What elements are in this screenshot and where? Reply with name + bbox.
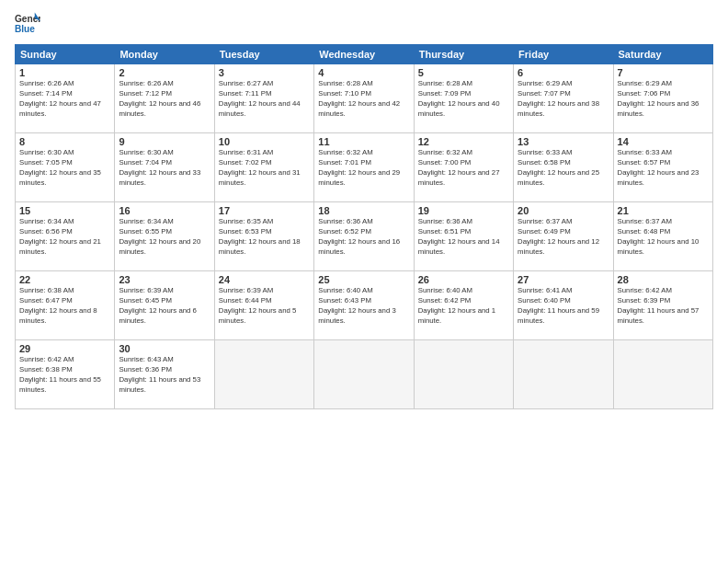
day-info: Sunrise: 6:30 AM Sunset: 7:04 PM Dayligh… bbox=[119, 148, 210, 189]
day-number: 23 bbox=[119, 274, 210, 285]
day-info: Sunrise: 6:42 AM Sunset: 6:38 PM Dayligh… bbox=[19, 355, 110, 396]
day-number: 16 bbox=[119, 205, 210, 216]
day-number: 11 bbox=[318, 136, 409, 147]
day-number: 20 bbox=[518, 205, 609, 216]
header-tuesday: Tuesday bbox=[214, 45, 313, 64]
day-info: Sunrise: 6:42 AM Sunset: 6:39 PM Dayligh… bbox=[618, 286, 709, 327]
day-cell-12: 12 Sunrise: 6:32 AM Sunset: 7:00 PM Dayl… bbox=[414, 133, 513, 202]
svg-text:Blue: Blue bbox=[15, 24, 35, 34]
day-number: 21 bbox=[618, 205, 709, 216]
week-row-3: 15 Sunrise: 6:34 AM Sunset: 6:56 PM Dayl… bbox=[16, 202, 713, 271]
day-number: 7 bbox=[618, 67, 709, 78]
day-info: Sunrise: 6:35 AM Sunset: 6:53 PM Dayligh… bbox=[219, 217, 310, 258]
day-info: Sunrise: 6:40 AM Sunset: 6:42 PM Dayligh… bbox=[418, 286, 509, 327]
day-cell-6: 6 Sunrise: 6:29 AM Sunset: 7:07 PM Dayli… bbox=[514, 64, 613, 133]
empty-cell bbox=[414, 340, 513, 409]
week-row-2: 8 Sunrise: 6:30 AM Sunset: 7:05 PM Dayli… bbox=[16, 133, 713, 202]
day-number: 28 bbox=[618, 274, 709, 285]
weekday-header-row: Sunday Monday Tuesday Wednesday Thursday… bbox=[16, 45, 713, 64]
day-info: Sunrise: 6:29 AM Sunset: 7:07 PM Dayligh… bbox=[518, 79, 609, 120]
day-number: 27 bbox=[518, 274, 609, 285]
logo: General Blue bbox=[15, 11, 40, 37]
header-saturday: Saturday bbox=[613, 45, 712, 64]
day-number: 25 bbox=[318, 274, 409, 285]
day-info: Sunrise: 6:39 AM Sunset: 6:45 PM Dayligh… bbox=[119, 286, 210, 327]
week-row-4: 22 Sunrise: 6:38 AM Sunset: 6:47 PM Dayl… bbox=[16, 271, 713, 340]
day-number: 18 bbox=[318, 205, 409, 216]
calendar: Sunday Monday Tuesday Wednesday Thursday… bbox=[15, 44, 713, 409]
day-cell-8: 8 Sunrise: 6:30 AM Sunset: 7:05 PM Dayli… bbox=[16, 133, 115, 202]
day-number: 30 bbox=[119, 343, 210, 354]
day-cell-7: 7 Sunrise: 6:29 AM Sunset: 7:06 PM Dayli… bbox=[613, 64, 712, 133]
day-cell-11: 11 Sunrise: 6:32 AM Sunset: 7:01 PM Dayl… bbox=[314, 133, 414, 202]
day-cell-24: 24 Sunrise: 6:39 AM Sunset: 6:44 PM Dayl… bbox=[214, 271, 313, 340]
day-number: 13 bbox=[518, 136, 609, 147]
week-row-1: 1 Sunrise: 6:26 AM Sunset: 7:14 PM Dayli… bbox=[16, 64, 713, 133]
day-info: Sunrise: 6:39 AM Sunset: 6:44 PM Dayligh… bbox=[219, 286, 310, 327]
day-cell-16: 16 Sunrise: 6:34 AM Sunset: 6:55 PM Dayl… bbox=[115, 202, 214, 271]
day-cell-28: 28 Sunrise: 6:42 AM Sunset: 6:39 PM Dayl… bbox=[613, 271, 712, 340]
header-wednesday: Wednesday bbox=[314, 45, 414, 64]
day-info: Sunrise: 6:32 AM Sunset: 7:00 PM Dayligh… bbox=[418, 148, 509, 189]
header-sunday: Sunday bbox=[16, 45, 115, 64]
day-cell-1: 1 Sunrise: 6:26 AM Sunset: 7:14 PM Dayli… bbox=[16, 64, 115, 133]
day-cell-14: 14 Sunrise: 6:33 AM Sunset: 6:57 PM Dayl… bbox=[613, 133, 712, 202]
day-cell-17: 17 Sunrise: 6:35 AM Sunset: 6:53 PM Dayl… bbox=[214, 202, 313, 271]
day-info: Sunrise: 6:38 AM Sunset: 6:47 PM Dayligh… bbox=[19, 286, 110, 327]
day-number: 22 bbox=[19, 274, 110, 285]
day-info: Sunrise: 6:27 AM Sunset: 7:11 PM Dayligh… bbox=[219, 79, 310, 120]
day-cell-10: 10 Sunrise: 6:31 AM Sunset: 7:02 PM Dayl… bbox=[214, 133, 313, 202]
day-info: Sunrise: 6:28 AM Sunset: 7:10 PM Dayligh… bbox=[318, 79, 409, 120]
header-thursday: Thursday bbox=[414, 45, 513, 64]
day-info: Sunrise: 6:26 AM Sunset: 7:14 PM Dayligh… bbox=[19, 79, 110, 120]
day-cell-21: 21 Sunrise: 6:37 AM Sunset: 6:48 PM Dayl… bbox=[613, 202, 712, 271]
day-cell-20: 20 Sunrise: 6:37 AM Sunset: 6:49 PM Dayl… bbox=[514, 202, 613, 271]
day-cell-25: 25 Sunrise: 6:40 AM Sunset: 6:43 PM Dayl… bbox=[314, 271, 414, 340]
day-info: Sunrise: 6:34 AM Sunset: 6:55 PM Dayligh… bbox=[119, 217, 210, 258]
day-info: Sunrise: 6:36 AM Sunset: 6:51 PM Dayligh… bbox=[418, 217, 509, 258]
day-cell-13: 13 Sunrise: 6:33 AM Sunset: 6:58 PM Dayl… bbox=[514, 133, 613, 202]
week-row-5: 29 Sunrise: 6:42 AM Sunset: 6:38 PM Dayl… bbox=[16, 340, 713, 409]
day-number: 2 bbox=[119, 67, 210, 78]
day-number: 10 bbox=[219, 136, 310, 147]
day-cell-4: 4 Sunrise: 6:28 AM Sunset: 7:10 PM Dayli… bbox=[314, 64, 414, 133]
day-cell-27: 27 Sunrise: 6:41 AM Sunset: 6:40 PM Dayl… bbox=[514, 271, 613, 340]
day-info: Sunrise: 6:31 AM Sunset: 7:02 PM Dayligh… bbox=[219, 148, 310, 189]
day-info: Sunrise: 6:37 AM Sunset: 6:48 PM Dayligh… bbox=[618, 217, 709, 258]
day-info: Sunrise: 6:28 AM Sunset: 7:09 PM Dayligh… bbox=[418, 79, 509, 120]
day-info: Sunrise: 6:41 AM Sunset: 6:40 PM Dayligh… bbox=[518, 286, 609, 327]
day-number: 12 bbox=[418, 136, 509, 147]
empty-cell bbox=[514, 340, 613, 409]
day-number: 24 bbox=[219, 274, 310, 285]
day-number: 5 bbox=[418, 67, 509, 78]
day-number: 14 bbox=[618, 136, 709, 147]
day-cell-9: 9 Sunrise: 6:30 AM Sunset: 7:04 PM Dayli… bbox=[115, 133, 214, 202]
day-info: Sunrise: 6:26 AM Sunset: 7:12 PM Dayligh… bbox=[119, 79, 210, 120]
day-number: 17 bbox=[219, 205, 310, 216]
day-cell-29: 29 Sunrise: 6:42 AM Sunset: 6:38 PM Dayl… bbox=[16, 340, 115, 409]
empty-cell bbox=[214, 340, 313, 409]
day-number: 6 bbox=[518, 67, 609, 78]
day-info: Sunrise: 6:36 AM Sunset: 6:52 PM Dayligh… bbox=[318, 217, 409, 258]
day-info: Sunrise: 6:33 AM Sunset: 6:58 PM Dayligh… bbox=[518, 148, 609, 189]
day-cell-19: 19 Sunrise: 6:36 AM Sunset: 6:51 PM Dayl… bbox=[414, 202, 513, 271]
page: General Blue Sunday Monday Tuesday Wedne… bbox=[0, 0, 728, 563]
day-number: 15 bbox=[19, 205, 110, 216]
empty-cell bbox=[314, 340, 414, 409]
day-number: 4 bbox=[318, 67, 409, 78]
day-number: 3 bbox=[219, 67, 310, 78]
day-info: Sunrise: 6:34 AM Sunset: 6:56 PM Dayligh… bbox=[19, 217, 110, 258]
header-friday: Friday bbox=[514, 45, 613, 64]
day-cell-18: 18 Sunrise: 6:36 AM Sunset: 6:52 PM Dayl… bbox=[314, 202, 414, 271]
day-number: 26 bbox=[418, 274, 509, 285]
day-number: 8 bbox=[19, 136, 110, 147]
day-cell-5: 5 Sunrise: 6:28 AM Sunset: 7:09 PM Dayli… bbox=[414, 64, 513, 133]
day-cell-2: 2 Sunrise: 6:26 AM Sunset: 7:12 PM Dayli… bbox=[115, 64, 214, 133]
day-cell-3: 3 Sunrise: 6:27 AM Sunset: 7:11 PM Dayli… bbox=[214, 64, 313, 133]
header: General Blue bbox=[15, 11, 713, 37]
logo-icon: General Blue bbox=[15, 11, 40, 37]
header-monday: Monday bbox=[115, 45, 214, 64]
day-info: Sunrise: 6:37 AM Sunset: 6:49 PM Dayligh… bbox=[518, 217, 609, 258]
day-number: 19 bbox=[418, 205, 509, 216]
day-cell-23: 23 Sunrise: 6:39 AM Sunset: 6:45 PM Dayl… bbox=[115, 271, 214, 340]
